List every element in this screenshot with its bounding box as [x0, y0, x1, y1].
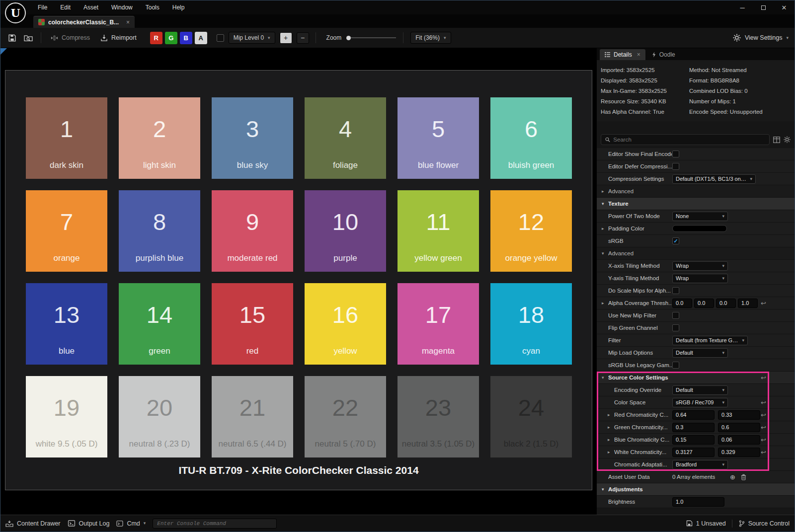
alpha-coverage-field-1[interactable]: 0.0: [694, 299, 714, 308]
y-axis-tiling-dropdown[interactable]: Wrap▾: [672, 274, 728, 283]
console-command-input[interactable]: [157, 521, 272, 527]
section-texture[interactable]: ▾ Texture: [597, 198, 795, 210]
patch-number: 23: [398, 376, 479, 439]
patch-number: 11: [398, 190, 479, 253]
info-format: Format: B8G8R8A8: [689, 76, 763, 86]
maximize-button[interactable]: [753, 0, 774, 14]
flip-green-channel-checkbox[interactable]: [672, 324, 679, 331]
patch-number: 5: [398, 97, 479, 160]
patch-label: moderate red: [212, 253, 293, 272]
mip-level-checkbox[interactable]: [217, 34, 224, 42]
category-advanced-collapsed[interactable]: ▸ Advanced: [597, 185, 795, 198]
reimport-button[interactable]: Reimport: [97, 32, 140, 44]
menu-window[interactable]: Window: [105, 4, 139, 11]
white-chromaticity-y-field[interactable]: 0.329: [718, 448, 760, 457]
unsaved-assets-button[interactable]: 1 Unsaved: [686, 520, 726, 527]
color-patch: 15red: [212, 283, 293, 365]
mip-minus-button[interactable]: −: [297, 32, 309, 44]
column-view-icon[interactable]: [773, 137, 780, 143]
editor-show-final-encode-checkbox[interactable]: [672, 151, 679, 157]
search-input[interactable]: [613, 137, 766, 143]
x-axis-tiling-dropdown[interactable]: Wrap▾: [672, 261, 728, 271]
power-of-two-dropdown[interactable]: None▾: [672, 212, 728, 221]
alpha-coverage-field-2[interactable]: 0.0: [716, 299, 736, 308]
menu-edit[interactable]: Edit: [54, 4, 77, 11]
encoding-override-dropdown[interactable]: Default▾: [672, 385, 728, 395]
red-chromaticity-x-field[interactable]: 0.64: [672, 410, 715, 420]
save-button[interactable]: [6, 32, 18, 44]
mip-load-options-dropdown[interactable]: Default▾: [672, 348, 728, 358]
editor-defer-compression-checkbox[interactable]: [672, 163, 679, 170]
clear-array-trash-icon[interactable]: [741, 474, 746, 480]
red-chromaticity-y-field[interactable]: 0.33: [718, 410, 760, 420]
mip-level-dropdown[interactable]: Mip Level 0 ▾: [229, 32, 275, 44]
menu-tools[interactable]: Tools: [139, 4, 166, 11]
brightness-field[interactable]: 1.0: [672, 497, 724, 507]
minimize-button[interactable]: ─: [732, 0, 753, 14]
triangle-right-icon: ▸: [602, 301, 608, 305]
revert-icon[interactable]: ↩: [761, 374, 766, 381]
blue-chromaticity-x-field[interactable]: 0.15: [672, 435, 715, 445]
window-controls: ─ ✕: [732, 0, 795, 14]
view-settings-button[interactable]: View Settings ▾: [733, 34, 789, 42]
white-chromaticity-x-field[interactable]: 0.3127: [672, 448, 715, 457]
alpha-channel-toggle[interactable]: A: [195, 32, 207, 44]
revert-icon[interactable]: ↩: [761, 436, 766, 444]
zoom-slider-thumb[interactable]: [346, 36, 351, 40]
cmd-dropdown[interactable]: Cmd ▾: [116, 520, 146, 527]
section-adjustments[interactable]: ▾ Adjustments: [597, 483, 795, 496]
row-white-chromaticity: ▸ White Chromaticity... 0.3127 0.329 ↩: [597, 446, 795, 458]
mip-plus-button[interactable]: +: [280, 32, 292, 44]
row-use-new-mip-filter: Use New Mip Filter: [597, 309, 795, 322]
main-area: 1dark skin2light skin3blue sky4foliage5b…: [0, 48, 795, 515]
do-scale-mips-checkbox[interactable]: [672, 287, 679, 294]
revert-icon[interactable]: ↩: [761, 424, 766, 431]
browse-to-asset-button[interactable]: [22, 32, 34, 43]
menu-asset[interactable]: Asset: [77, 4, 105, 11]
revert-icon[interactable]: ↩: [761, 399, 766, 406]
tab-oodle[interactable]: Oodle: [646, 49, 680, 60]
menu-help[interactable]: Help: [166, 4, 191, 11]
details-settings-gear-icon[interactable]: [784, 136, 791, 143]
details-tab-close-icon[interactable]: ×: [637, 51, 640, 58]
texture-viewport[interactable]: 1dark skin2light skin3blue sky4foliage5b…: [0, 48, 596, 515]
padding-color-swatch[interactable]: [672, 225, 727, 232]
blue-chromaticity-y-field[interactable]: 0.06: [718, 435, 760, 445]
use-new-mip-filter-checkbox[interactable]: [672, 312, 679, 319]
srgb-use-legacy-gamma-checkbox[interactable]: [672, 362, 679, 369]
zoom-slider[interactable]: [346, 36, 396, 40]
tab-colorchecker-asset[interactable]: colorcheckerClassic_B... ×: [33, 16, 135, 28]
texture-info-left-column: Imported: 3583x2525 Displayed: 3583x2525…: [601, 65, 689, 117]
fit-zoom-dropdown[interactable]: Fit (36%) ▾: [410, 32, 451, 44]
alpha-coverage-field-0[interactable]: 0.0: [672, 299, 692, 308]
filter-dropdown[interactable]: Default (from Texture Group)▾: [672, 336, 748, 345]
property-label: Do Scale Mips for Alph...: [608, 288, 671, 294]
tab-details[interactable]: Details ×: [600, 49, 645, 60]
add-array-element-icon[interactable]: ⊕: [730, 473, 735, 481]
console-command-box[interactable]: [153, 519, 277, 529]
compression-settings-dropdown[interactable]: Default (DXT1/5, BC1/3 on DX▾: [672, 174, 756, 184]
search-box[interactable]: [601, 134, 770, 145]
revert-icon[interactable]: ↩: [761, 300, 766, 307]
red-channel-toggle[interactable]: R: [150, 32, 162, 44]
close-button[interactable]: ✕: [774, 0, 795, 14]
revert-icon[interactable]: ↩: [761, 449, 766, 456]
blue-channel-toggle[interactable]: B: [180, 32, 192, 44]
output-log-button[interactable]: Output Log: [68, 520, 110, 527]
category-advanced-expanded[interactable]: ▾ Advanced: [597, 247, 795, 260]
chevron-down-icon: ▾: [786, 36, 789, 40]
green-channel-toggle[interactable]: G: [165, 32, 177, 44]
menu-file[interactable]: File: [31, 4, 54, 11]
alpha-coverage-field-3[interactable]: 1.0: [738, 299, 758, 308]
chromatic-adaptation-dropdown[interactable]: Bradford▾: [672, 460, 728, 469]
green-chromaticity-y-field[interactable]: 0.6: [718, 423, 760, 432]
compress-button[interactable]: Compress: [48, 32, 93, 44]
revert-icon[interactable]: ↩: [761, 411, 766, 419]
tab-close-icon[interactable]: ×: [122, 19, 130, 26]
color-space-dropdown[interactable]: sRGB / Rec709▾: [672, 398, 728, 407]
content-drawer-button[interactable]: Content Drawer: [5, 520, 61, 527]
green-chromaticity-x-field[interactable]: 0.3: [672, 423, 715, 432]
section-source-color-settings[interactable]: ▾ Source Color Settings ↩: [597, 372, 795, 384]
source-control-button[interactable]: Source Control: [738, 520, 790, 527]
srgb-checkbox[interactable]: ✓: [672, 237, 679, 244]
